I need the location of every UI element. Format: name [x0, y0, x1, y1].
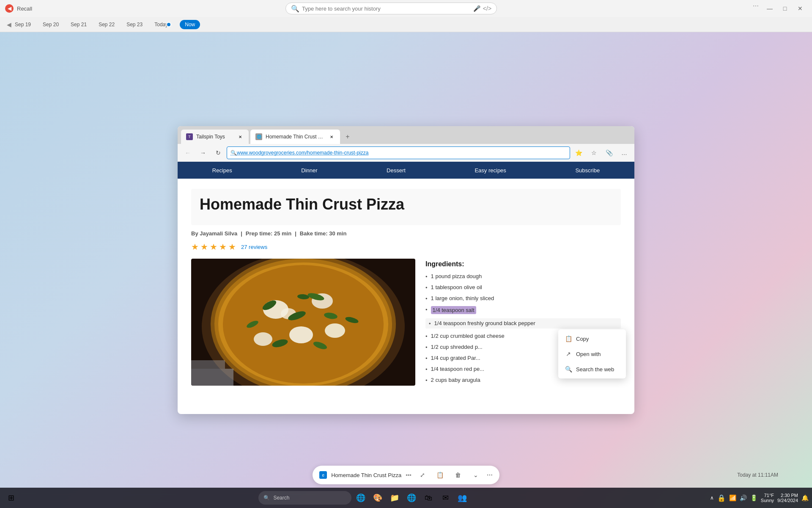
- weather-temp: 71°F: [764, 493, 774, 498]
- pill-copy-button[interactable]: 📋: [433, 468, 447, 482]
- search-web-label: Search the web: [576, 366, 614, 373]
- context-menu-item-copy[interactable]: 📋 Copy: [558, 331, 626, 346]
- taskbar-battery-icon[interactable]: 🔋: [750, 494, 757, 501]
- pill-more-button[interactable]: ⌄: [469, 468, 483, 482]
- taskbar-volume-icon[interactable]: 🔊: [740, 494, 747, 501]
- timeline-sep19[interactable]: Sep 19: [11, 22, 39, 28]
- minimize-button[interactable]: —: [763, 3, 776, 14]
- nav-easy-recipes[interactable]: Easy recipes: [468, 162, 513, 179]
- refresh-button[interactable]: ↻: [211, 146, 225, 160]
- more-options-icon[interactable]: ⋯: [750, 3, 761, 14]
- tab-close-tailspin[interactable]: ✕: [237, 133, 244, 140]
- code-icon[interactable]: </>: [483, 5, 491, 12]
- ingredient-text-8: 1/4 teaspoon red pe...: [431, 366, 484, 372]
- rating-stars: ★ ★ ★ ★ ★ 27 reviews: [191, 242, 621, 252]
- copy-label: Copy: [576, 336, 589, 342]
- reviews-count[interactable]: 27 reviews: [241, 244, 267, 250]
- ingredient-text-3: 1/4 teaspoon salt: [431, 306, 476, 314]
- more-button[interactable]: …: [617, 146, 631, 160]
- reading-view-button[interactable]: ☆: [587, 146, 601, 160]
- taskbar-chevron-up-icon[interactable]: ∧: [710, 495, 714, 501]
- favorites-button[interactable]: ⭐: [572, 146, 585, 160]
- ingredient-text-2: 1 large onion, thinly sliced: [431, 295, 494, 301]
- svg-rect-21: [191, 360, 225, 369]
- forward-button[interactable]: →: [196, 146, 210, 160]
- close-button[interactable]: ✕: [793, 3, 807, 14]
- search-icon-small: 🔍: [230, 150, 237, 156]
- taskbar-app-explorer[interactable]: 📁: [387, 490, 402, 505]
- taskbar-app-teams[interactable]: 👥: [455, 490, 470, 505]
- taskbar-app-edge[interactable]: 🌐: [353, 490, 368, 505]
- start-button[interactable]: ⊞: [3, 490, 19, 505]
- timeline-prev-arrow[interactable]: ◀: [7, 21, 11, 28]
- timeline-bar: ◀ Sep 19 Sep 20 Sep 21 Sep 22 Sep 23 Tod…: [0, 17, 812, 32]
- content-layout: Ingredients: 1 pound pizza dough 1 table…: [191, 259, 621, 388]
- tab-pizza[interactable]: 🌐 Homemade Thin Crust Pizza ✕: [250, 130, 340, 144]
- new-tab-button[interactable]: +: [342, 131, 354, 143]
- ingredient-text-0: 1 pound pizza dough: [431, 273, 482, 279]
- taskbar-app-color[interactable]: 🎨: [370, 490, 385, 505]
- timeline-today[interactable]: Today: [151, 22, 176, 28]
- timeline-sep21[interactable]: Sep 21: [67, 22, 95, 28]
- taskbar-search-bar[interactable]: 🔍 Search: [258, 491, 351, 505]
- pill-more-dots: ⋯: [487, 472, 493, 478]
- star-2: ★: [200, 242, 208, 252]
- nav-bar: ← → ↻ 🔍 www.woodgrovegroceries.com/homem…: [178, 144, 634, 162]
- tab-tailspin-toys[interactable]: T Tailspin Toys ✕: [181, 130, 249, 144]
- ingredient-text-1: 1 tablespoon olive oil: [431, 284, 482, 290]
- address-bar[interactable]: 🔍 www.woodgrovegroceries.com/homemade-th…: [227, 146, 570, 159]
- pizza-image: [191, 259, 415, 386]
- taskbar-search-placeholder: Search: [273, 495, 289, 501]
- nav-recipes[interactable]: Recipes: [206, 162, 239, 179]
- taskbar-app-mail[interactable]: ✉: [438, 490, 453, 505]
- ingredient-1: 1 tablespoon olive oil: [425, 284, 621, 291]
- ingredient-0: 1 pound pizza dough: [425, 273, 621, 280]
- mic-icon[interactable]: 🎤: [473, 5, 480, 12]
- taskbar-security-icon[interactable]: 🔒: [717, 494, 726, 502]
- pill-delete-button[interactable]: 🗑: [451, 468, 465, 482]
- nav-dessert[interactable]: Dessert: [380, 162, 412, 179]
- taskbar-notification-icon[interactable]: 🔔: [801, 494, 809, 501]
- context-menu-item-search-web[interactable]: 🔍 Search the web: [558, 362, 626, 377]
- tab-favicon-tailspin: T: [186, 133, 193, 140]
- taskbar-app-browser2[interactable]: 🌐: [404, 490, 419, 505]
- history-search-bar[interactable]: 🔍 🎤 </>: [285, 3, 497, 14]
- tab-bar: T Tailspin Toys ✕ 🌐 Homemade Thin Crust …: [178, 126, 634, 144]
- pill-dots-label: •••: [406, 472, 411, 478]
- svg-point-8: [325, 323, 345, 338]
- ingredients-title: Ingredients:: [425, 260, 621, 268]
- nav-subscribe[interactable]: Subscribe: [568, 162, 606, 179]
- back-button[interactable]: ←: [181, 146, 195, 160]
- search-input[interactable]: [302, 6, 471, 12]
- recipe-title: Homemade Thin Crust Pizza: [200, 196, 612, 213]
- context-menu-item-open-with[interactable]: ↗ Open with: [558, 346, 626, 362]
- clock-widget[interactable]: 2:30 PM 9/24/2024: [777, 493, 798, 503]
- timeline-sep23[interactable]: Sep 23: [123, 22, 151, 28]
- ingredient-text-5: 1/2 cup crumbled goat cheese: [431, 333, 505, 339]
- title-bar: ◀ Recall 🔍 🎤 </> ⋯ — □ ✕: [0, 0, 812, 17]
- taskbar-app-store[interactable]: 🛍: [421, 490, 436, 505]
- svg-point-7: [254, 332, 272, 346]
- clock-time: 2:30 PM: [781, 493, 798, 498]
- pill-expand-button[interactable]: ⤢: [416, 468, 429, 482]
- weather-widget[interactable]: 71°F Sunny: [761, 493, 774, 503]
- timeline-sep22[interactable]: Sep 22: [95, 22, 123, 28]
- browser-pill: e Homemade Thin Crust Pizza ••• ⤢ 📋 🗑 ⌄ …: [313, 466, 499, 484]
- maximize-button[interactable]: □: [778, 3, 792, 14]
- context-menu: 📋 Copy ↗ Open with 🔍 Search the web: [558, 329, 626, 378]
- window-controls: ⋯ — □ ✕: [750, 3, 807, 14]
- app-icon: ◀: [5, 4, 14, 13]
- taskbar-network-icon[interactable]: 📶: [729, 494, 736, 501]
- author-label: By Jayamali Silva: [191, 230, 237, 237]
- now-button[interactable]: Now: [180, 20, 200, 29]
- search-web-icon: 🔍: [565, 366, 572, 373]
- nav-dinner[interactable]: Dinner: [294, 162, 324, 179]
- clock-date: 9/24/2024: [777, 498, 798, 503]
- pill-favicon: e: [319, 471, 327, 479]
- collections-button[interactable]: 📎: [602, 146, 616, 160]
- search-icon: 🔍: [291, 5, 299, 13]
- tab-favicon-pizza: 🌐: [255, 133, 262, 140]
- timeline-sep20[interactable]: Sep 20: [39, 22, 67, 28]
- ingredient-text-9: 2 cups baby arugula: [431, 377, 480, 383]
- tab-close-pizza[interactable]: ✕: [328, 133, 335, 140]
